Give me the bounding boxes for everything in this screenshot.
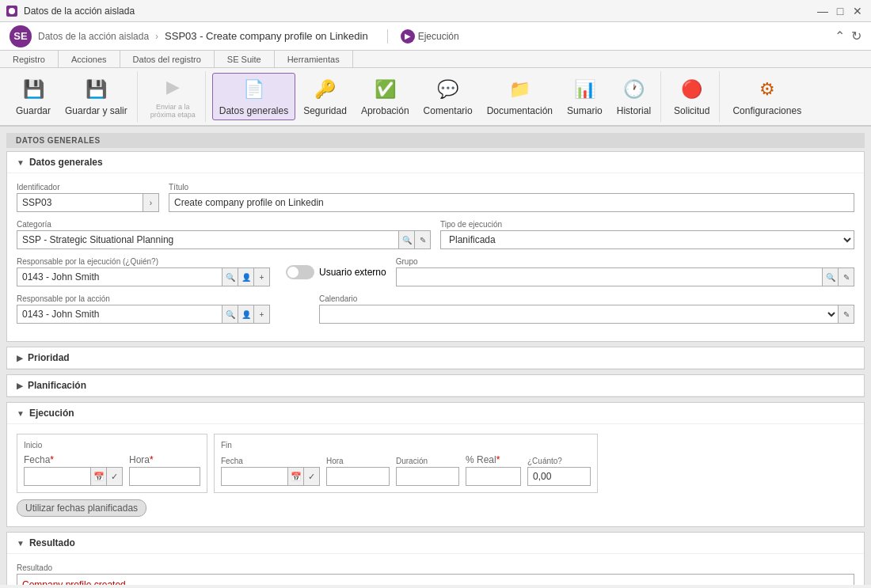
fin-fecha-input[interactable] [221, 467, 288, 486]
titulo-input[interactable] [169, 193, 854, 212]
documentacion-label: Documentación [487, 105, 553, 116]
responsable-accion-label: Responsable por la acción [17, 294, 270, 303]
status-label: Ejecución [418, 31, 459, 42]
refresh-button[interactable]: ↻ [851, 28, 861, 44]
close-button[interactable]: ✕ [850, 4, 865, 18]
menu-acciones[interactable]: Acciones [59, 51, 120, 67]
inicio-hora-field: Hora* [129, 454, 200, 486]
configuraciones-button[interactable]: ⚙ Configuraciones [726, 74, 808, 119]
inicio-fecha-check-btn[interactable]: ✓ [107, 467, 123, 486]
breadcrumb-parent[interactable]: Datos de la acción aislada [38, 31, 149, 42]
categoria-field: Categoría 🔍 ✎ [17, 220, 431, 249]
seguridad-button[interactable]: 🔑 Seguridad [297, 74, 353, 119]
duracion-field: Duración [396, 457, 459, 486]
resp-user-btn[interactable]: 👤 [238, 267, 254, 286]
use-planned-dates-button[interactable]: Utilizar fechas planificadas [17, 499, 146, 517]
fin-hora-input[interactable] [326, 467, 390, 486]
duracion-input[interactable] [396, 467, 459, 486]
datos-generales-card-title[interactable]: ▼ Datos generales [7, 152, 864, 173]
duracion-label: Duración [396, 457, 459, 465]
save-exit-icon: 💾 [83, 77, 108, 102]
ejecucion-card-title[interactable]: ▼ Ejecución [7, 403, 864, 424]
resp-accion-add-btn[interactable]: + [254, 305, 270, 324]
inicio-hora-label: Hora* [129, 454, 200, 465]
usuario-externo-toggle[interactable] [286, 265, 314, 279]
resp-accion-search-btn[interactable]: 🔍 [223, 305, 238, 324]
responsable-ejecucion-label: Responsable por la ejecución (¿Quién?) [17, 257, 270, 266]
main-content: DATOS GENERALES ▼ Datos generales Identi… [0, 127, 871, 585]
save-button[interactable]: 💾 Guardar [10, 74, 57, 119]
prioridad-card-title[interactable]: ▶ Prioridad [7, 347, 864, 369]
grupo-search-btn[interactable]: 🔍 [823, 267, 839, 286]
responsable-accion-input[interactable] [17, 305, 223, 324]
usuario-externo-label: Usuario externo [319, 267, 386, 278]
grupo-edit-btn[interactable]: ✎ [839, 267, 854, 286]
tipo-ejecucion-select[interactable]: Planificada [440, 230, 854, 249]
ejecucion-label: Ejecución [29, 408, 74, 419]
planificacion-card-title[interactable]: ▶ Planificación [7, 375, 864, 396]
documentacion-button[interactable]: 📁 Documentación [481, 74, 559, 119]
sumario-icon: 📊 [572, 77, 597, 102]
solicitud-button[interactable]: 🔴 Solicitud [668, 74, 716, 119]
inicio-fecha-input-group: 📅 ✓ [24, 467, 123, 486]
breadcrumb-bar: SE Datos de la acción aislada › SSP03 - … [0, 22, 871, 51]
documentacion-icon: 📁 [507, 77, 532, 102]
calendario-select[interactable] [319, 305, 839, 324]
collapse-button[interactable]: ⌃ [835, 28, 845, 44]
categoria-edit-btn[interactable]: ✎ [415, 230, 431, 249]
resp-add-btn[interactable]: + [254, 267, 270, 286]
grupo-input[interactable] [396, 267, 823, 286]
calendario-edit-btn[interactable]: ✎ [839, 305, 854, 324]
fin-fecha-field: Fecha 📅 ✓ [221, 457, 320, 486]
responsable-ejecucion-input[interactable] [17, 267, 223, 286]
toolbar-section-registro: 💾 Guardar 💾 Guardar y salir [6, 71, 138, 122]
identificador-field: Identificador › [17, 183, 159, 212]
aprobacion-label: Aprobación [361, 105, 409, 116]
status-icon: ▶ [401, 29, 415, 44]
fin-label: Fin [221, 441, 591, 450]
save-exit-button[interactable]: 💾 Guardar y salir [59, 74, 134, 119]
resultado-card-title[interactable]: ▼ Resultado [7, 533, 864, 554]
inicio-hora-input[interactable] [129, 467, 200, 486]
identificador-input[interactable] [17, 193, 143, 212]
historial-button[interactable]: 🕐 Historial [610, 74, 657, 119]
categoria-search-btn[interactable]: 🔍 [399, 230, 415, 249]
menu-datos-registro[interactable]: Datos del registro [120, 51, 215, 67]
inicio-fecha-label: Fecha* [24, 454, 123, 465]
breadcrumb-current: SSP03 - Create company profile on Linked… [165, 30, 368, 42]
cuanto-input[interactable] [527, 467, 591, 486]
menu-herramientas[interactable]: Herramientas [275, 51, 353, 67]
sumario-button[interactable]: 📊 Sumario [561, 74, 609, 119]
inicio-fecha-input[interactable] [24, 467, 91, 486]
fin-fecha-label: Fecha [221, 457, 320, 465]
resp-search-btn[interactable]: 🔍 [223, 267, 238, 286]
ejecucion-card-body: Inicio Fecha* 📅 ✓ [7, 424, 864, 526]
section-header: DATOS GENERALES [6, 133, 865, 148]
cuanto-label: ¿Cuánto? [527, 457, 591, 465]
tipo-ejecucion-field: Tipo de ejecución Planificada [440, 220, 854, 249]
seguridad-icon: 🔑 [313, 77, 338, 102]
prioridad-label: Prioridad [28, 352, 70, 363]
menu-registro[interactable]: Registro [0, 51, 59, 67]
datos-generales-button[interactable]: 📄 Datos generales [212, 73, 295, 120]
fin-fecha-check-btn[interactable]: ✓ [304, 467, 320, 486]
aprobacion-button[interactable]: ✅ Aprobación [355, 74, 416, 119]
identificador-btn[interactable]: › [143, 193, 159, 212]
svg-point-0 [9, 8, 15, 14]
sumario-label: Sumario [567, 105, 603, 116]
inicio-fecha-calendar-btn[interactable]: 📅 [91, 467, 107, 486]
categoria-input[interactable] [17, 230, 399, 249]
pct-real-input[interactable] [466, 467, 521, 486]
maximize-button[interactable]: □ [833, 4, 847, 18]
menu-se-suite[interactable]: SE Suite [215, 51, 275, 67]
planificacion-arrow-icon: ▶ [17, 381, 23, 390]
toolbar: 💾 Guardar 💾 Guardar y salir ▶ Enviar a l… [0, 68, 871, 127]
fin-fecha-calendar-btn[interactable]: 📅 [288, 467, 304, 486]
send-next-icon: ▶ [160, 74, 185, 100]
minimize-button[interactable]: — [816, 4, 830, 18]
resultado-textarea[interactable] [17, 574, 854, 585]
resp-accion-user-btn[interactable]: 👤 [238, 305, 254, 324]
prioridad-arrow-icon: ▶ [17, 354, 23, 362]
comentario-button[interactable]: 💬 Comentario [417, 74, 479, 119]
status-badge: ▶ Ejecución [387, 29, 459, 44]
